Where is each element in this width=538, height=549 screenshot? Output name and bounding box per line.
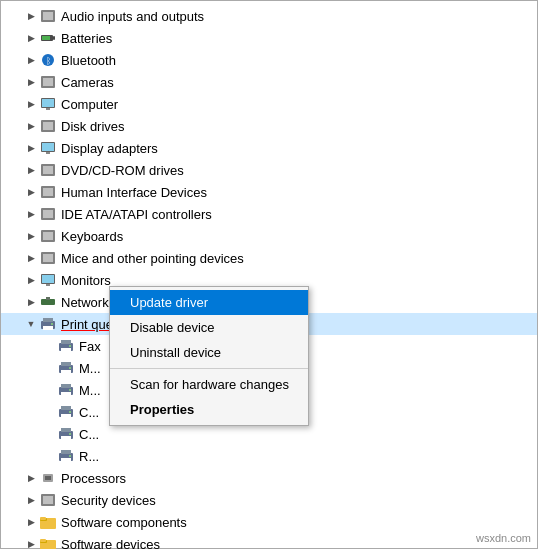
menu-item-properties[interactable]: Properties <box>110 397 308 422</box>
expand-arrow-softwaredevices[interactable] <box>23 536 39 549</box>
device-icon-c1 <box>57 403 75 421</box>
device-icon-c2 <box>57 425 75 443</box>
expand-arrow-diskdrives[interactable] <box>23 118 39 134</box>
svg-rect-10 <box>42 99 54 107</box>
tree-item-displayadapters[interactable]: Display adapters <box>1 137 537 159</box>
device-icon-m2 <box>57 381 75 399</box>
expand-arrow-dvdrom[interactable] <box>23 162 39 178</box>
menu-divider <box>110 368 308 369</box>
device-icon-printqueues <box>39 315 57 333</box>
expand-arrow-batteries[interactable] <box>23 30 39 46</box>
svg-rect-53 <box>61 428 71 432</box>
expand-arrow-m1[interactable] <box>41 360 57 376</box>
tree-item-processors[interactable]: Processors <box>1 467 537 489</box>
svg-rect-33 <box>43 318 53 322</box>
svg-rect-39 <box>69 345 71 347</box>
svg-rect-43 <box>69 367 71 369</box>
device-icon-m1 <box>57 359 75 377</box>
tree-item-label-c2: C... <box>79 427 537 442</box>
tree-item-audio[interactable]: Audio inputs and outputs <box>1 5 537 27</box>
menu-item-uninstall-device[interactable]: Uninstall device <box>110 340 308 365</box>
tree-item-diskdrives[interactable]: Disk drives <box>1 115 537 137</box>
tree-item-dvdrom[interactable]: DVD/CD-ROM drives <box>1 159 537 181</box>
tree-item-hid[interactable]: Human Interface Devices <box>1 181 537 203</box>
expand-arrow-bluetooth[interactable] <box>23 52 39 68</box>
watermark: wsxdn.com <box>476 532 531 544</box>
svg-rect-26 <box>43 254 53 262</box>
svg-rect-15 <box>42 143 54 151</box>
expand-arrow-ide[interactable] <box>23 206 39 222</box>
tree-item-computer[interactable]: Computer <box>1 93 537 115</box>
svg-rect-38 <box>61 348 71 352</box>
expand-arrow-audio[interactable] <box>23 8 39 24</box>
device-icon-computer <box>39 95 57 113</box>
device-icon-softwaredevices <box>39 535 57 549</box>
svg-rect-1 <box>43 12 53 20</box>
svg-rect-4 <box>42 36 50 40</box>
device-icon-displayadapters <box>39 139 57 157</box>
device-tree: Audio inputs and outputsBatteriesᛒBlueto… <box>1 1 537 549</box>
tree-item-cameras[interactable]: Cameras <box>1 71 537 93</box>
svg-rect-31 <box>46 297 50 300</box>
menu-item-scan-changes[interactable]: Scan for hardware changes <box>110 372 308 397</box>
device-icon-monitors <box>39 271 57 289</box>
svg-rect-35 <box>51 323 53 325</box>
expand-arrow-security[interactable] <box>23 492 39 508</box>
tree-item-label-diskdrives: Disk drives <box>61 119 537 134</box>
tree-item-keyboards[interactable]: Keyboards <box>1 225 537 247</box>
expand-arrow-fax[interactable] <box>41 338 57 354</box>
expand-arrow-c1[interactable] <box>41 404 57 420</box>
device-icon-dvdrom <box>39 161 57 179</box>
expand-arrow-printqueues[interactable] <box>23 316 39 332</box>
svg-rect-11 <box>46 108 50 110</box>
svg-rect-59 <box>69 455 71 457</box>
svg-rect-37 <box>61 340 71 344</box>
svg-rect-16 <box>46 152 50 154</box>
expand-arrow-displayadapters[interactable] <box>23 140 39 156</box>
device-icon-security <box>39 491 57 509</box>
device-icon-fax <box>57 337 75 355</box>
tree-item-label-bluetooth: Bluetooth <box>61 53 537 68</box>
expand-arrow-r1[interactable] <box>41 448 57 464</box>
expand-arrow-mice[interactable] <box>23 250 39 266</box>
device-icon-bluetooth: ᛒ <box>39 51 57 69</box>
svg-rect-51 <box>69 411 71 413</box>
menu-item-update-driver[interactable]: Update driver <box>110 290 308 315</box>
svg-rect-69 <box>40 539 46 542</box>
svg-rect-3 <box>53 36 55 40</box>
tree-item-label-batteries: Batteries <box>61 31 537 46</box>
expand-arrow-c2[interactable] <box>41 426 57 442</box>
device-manager-window: Audio inputs and outputsBatteriesᛒBlueto… <box>0 0 538 549</box>
tree-item-r1[interactable]: R... <box>1 445 537 467</box>
expand-arrow-cameras[interactable] <box>23 74 39 90</box>
tree-item-batteries[interactable]: Batteries <box>1 27 537 49</box>
svg-rect-18 <box>43 166 53 174</box>
svg-rect-66 <box>40 517 46 520</box>
expand-arrow-computer[interactable] <box>23 96 39 112</box>
expand-arrow-hid[interactable] <box>23 184 39 200</box>
svg-rect-47 <box>69 389 71 391</box>
tree-item-label-cameras: Cameras <box>61 75 537 90</box>
expand-arrow-keyboards[interactable] <box>23 228 39 244</box>
expand-arrow-m2[interactable] <box>41 382 57 398</box>
expand-arrow-processors[interactable] <box>23 470 39 486</box>
svg-rect-45 <box>61 384 71 388</box>
tree-item-label-computer: Computer <box>61 97 537 112</box>
device-icon-software <box>39 513 57 531</box>
tree-item-label-keyboards: Keyboards <box>61 229 537 244</box>
tree-item-label-audio: Audio inputs and outputs <box>61 9 537 24</box>
device-icon-networkadapters <box>39 293 57 311</box>
menu-item-disable-device[interactable]: Disable device <box>110 315 308 340</box>
expand-arrow-networkadapters[interactable] <box>23 294 39 310</box>
expand-arrow-monitors[interactable] <box>23 272 39 288</box>
tree-item-ide[interactable]: IDE ATA/ATAPI controllers <box>1 203 537 225</box>
tree-item-security[interactable]: Security devices <box>1 489 537 511</box>
tree-item-softwaredevices[interactable]: Software devices <box>1 533 537 549</box>
tree-item-label-ide: IDE ATA/ATAPI controllers <box>61 207 537 222</box>
tree-item-bluetooth[interactable]: ᛒBluetooth <box>1 49 537 71</box>
expand-arrow-software[interactable] <box>23 514 39 530</box>
svg-rect-57 <box>61 450 71 454</box>
tree-item-software[interactable]: Software components <box>1 511 537 533</box>
tree-item-mice[interactable]: Mice and other pointing devices <box>1 247 537 269</box>
tree-item-c2[interactable]: C... <box>1 423 537 445</box>
